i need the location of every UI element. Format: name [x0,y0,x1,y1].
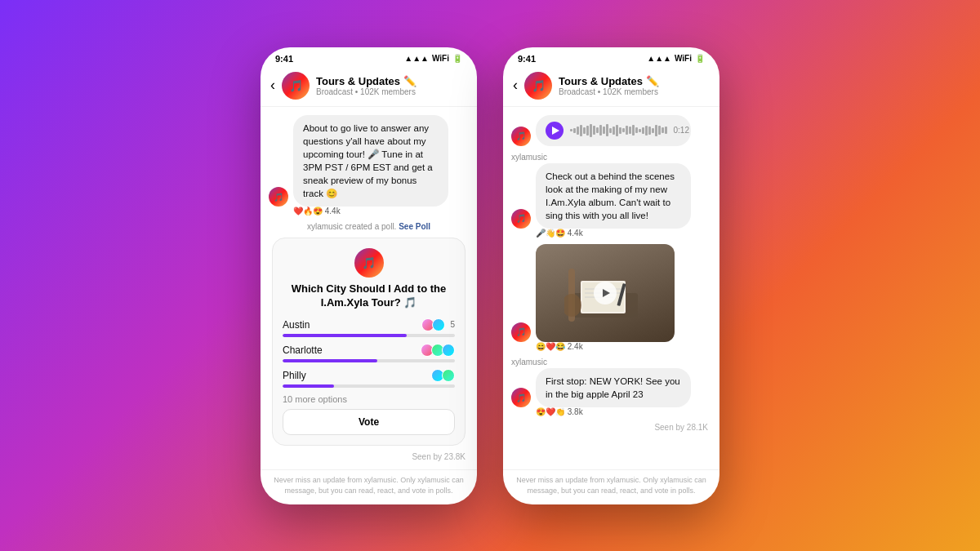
sender-avatar-1: 🎵 [269,187,288,207]
poll-option-votes-charlotte [421,344,455,357]
message-2: xylamusic 🎵 Check out a behind the scene… [511,153,711,238]
message-bubble-1: About to go live to answer any questions… [293,115,448,207]
video-message: 🎵 [511,244,711,351]
poll-bar-fill-philly [283,384,334,388]
msg-sender-2: xylamusic [511,153,711,162]
msg-row-3: 🎵 First stop: NEW YORK! See you in the b… [511,368,711,407]
header-info-2: Tours & Updates ✏️ Broadcast • 102K memb… [559,75,710,96]
back-button-2[interactable]: ‹ [513,77,518,94]
poll-option-label-austin: Austin [283,319,310,331]
poll-option-row-charlotte: Charlotte [283,344,455,357]
poll-option-label-charlotte: Charlotte [283,344,323,356]
channel-avatar-1: 🎵 [282,72,310,100]
play-triangle-icon [552,127,559,135]
audio-sender-avatar: 🎵 [511,127,531,146]
reactions-video[interactable]: 😄❤️😂 2.4k [536,342,711,351]
chat-area-2: 🎵 0:12 xylamusic 🎵 Check out a behind th… [503,107,719,470]
poll-option-votes-austin: 5 [421,318,455,331]
phone-2: 9:41 ▲▲▲ WiFi 🔋 ‹ 🎵 Tours & Updates ✏️ B… [503,47,719,504]
poll-title: Which City Should I Add to the I.Am.Xyla… [283,282,455,310]
video-sender-avatar: 🎵 [511,322,531,342]
poll-avatar: 🎵 [354,248,384,278]
signal-icon-2: ▲▲▲ [647,54,671,63]
footer-note-2: Never miss an update from xylamusic. Onl… [503,469,719,504]
voter-num-austin: 5 [450,320,455,329]
msg-row-2: 🎵 Check out a behind the scenes look at … [511,163,711,229]
voter-av-c3 [442,344,455,357]
message-bubble-3: First stop: NEW YORK! See you in the big… [536,368,691,407]
poll-option-charlotte[interactable]: Charlotte [283,344,455,362]
poll-option-row-philly: Philly [283,369,455,382]
reactions-2[interactable]: 🎤👋🤩 4.4k [536,229,711,238]
poll-bar-bg-charlotte [283,359,455,362]
audio-bubble[interactable]: 0:12 [536,115,691,146]
channel-title-2: Tours & Updates ✏️ [559,75,710,87]
poll-card: 🎵 Which City Should I Add to the I.Am.Xy… [272,238,466,446]
seen-label-1: Seen by 23.8K [269,452,469,461]
voter-av-p2 [442,369,455,382]
poll-bar-fill-austin [283,334,407,337]
poll-more-options: 10 more options [283,394,455,404]
poll-option-label-philly: Philly [283,370,306,381]
back-button-1[interactable]: ‹ [270,77,275,94]
message-bubble-2: Check out a behind the scenes look at th… [536,163,691,229]
channel-avatar-2: 🎵 [524,72,552,100]
status-bar-1: 9:41 ▲▲▲ WiFi 🔋 [261,47,477,67]
reactions-3[interactable]: 😍❤️👏 3.8k [536,407,711,416]
audio-duration: 0:12 [674,126,689,135]
poll-option-votes-philly [431,369,455,382]
msg-row-1: 🎵 About to go live to answer any questio… [269,115,469,207]
seen-label-2: Seen by 28.1K [511,423,711,432]
message-1: 🎵 About to go live to answer any questio… [269,115,469,216]
signal-icon: ▲▲▲ [404,54,429,63]
chat-header-1: ‹ 🎵 Tours & Updates ✏️ Broadcast • 102K … [261,67,477,107]
message-3: xylamusic 🎵 First stop: NEW YORK! See yo… [511,358,711,416]
voter-av-2 [432,318,445,331]
video-thumbnail[interactable] [536,244,675,342]
audio-row: 🎵 0:12 [511,115,711,146]
channel-sub-1: Broadcast • 102K members [316,87,467,96]
video-play-icon [603,289,610,297]
chat-area-1: 🎵 About to go live to answer any questio… [261,107,477,470]
poll-header: 🎵 Which City Should I Add to the I.Am.Xy… [283,248,455,310]
video-row: 🎵 [511,244,711,342]
channel-sub-2: Broadcast • 102K members [559,87,710,96]
sender-avatar-3: 🎵 [511,388,531,407]
audio-message: 🎵 0:12 [511,115,711,146]
status-time-1: 9:41 [275,54,293,64]
battery-icon: 🔋 [452,54,462,63]
waveform [570,124,667,137]
wifi-icon: WiFi [432,54,449,63]
see-poll-link[interactable]: See Poll [399,222,430,231]
status-time-2: 9:41 [518,54,536,64]
phone-1: 9:41 ▲▲▲ WiFi 🔋 ‹ 🎵 Tours & Updates ✏️ B… [261,47,477,504]
wifi-icon-2: WiFi [675,54,692,63]
voter-avatars-philly [431,369,455,382]
poll-option-philly[interactable]: Philly [283,369,455,388]
footer-note-1: Never miss an update from xylamusic. Onl… [261,469,477,504]
poll-system-msg: xylamusic created a poll. See Poll [269,222,469,231]
chat-header-2: ‹ 🎵 Tours & Updates ✏️ Broadcast • 102K … [503,67,719,107]
voter-avatars-charlotte [421,344,455,357]
poll-option-austin[interactable]: Austin 5 [283,318,455,337]
poll-option-row-austin: Austin 5 [283,318,455,331]
vote-button[interactable]: Vote [283,409,455,435]
status-icons-1: ▲▲▲ WiFi 🔋 [404,54,462,63]
sender-avatar-2: 🎵 [511,209,531,229]
voter-avatars-austin [421,318,445,331]
poll-bar-bg-philly [283,384,455,388]
channel-title-1: Tours & Updates ✏️ [316,75,467,87]
poll-bar-fill-charlotte [283,359,377,362]
status-icons-2: ▲▲▲ WiFi 🔋 [647,54,705,63]
header-info-1: Tours & Updates ✏️ Broadcast • 102K memb… [316,75,467,96]
play-button[interactable] [546,122,564,140]
video-play-overlay[interactable] [594,282,617,304]
status-bar-2: 9:41 ▲▲▲ WiFi 🔋 [503,47,719,67]
battery-icon-2: 🔋 [695,54,705,63]
msg-sender-3: xylamusic [511,358,711,367]
poll-bar-bg-austin [283,334,455,337]
reactions-1[interactable]: ❤️🔥😍 4.4k [293,207,469,216]
